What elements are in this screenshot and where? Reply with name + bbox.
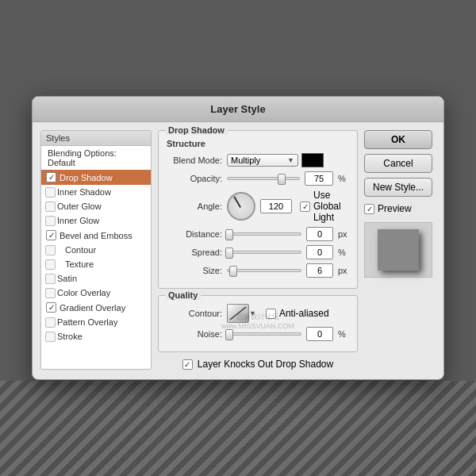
drop-shadow-section-title: Drop Shadow <box>165 125 228 135</box>
preview-area <box>364 222 432 278</box>
styles-panel: Styles Blending Options: Default Drop Sh… <box>40 130 152 370</box>
distance-slider[interactable] <box>227 232 301 236</box>
drop-shadow-label: Drop Shadow <box>60 173 113 182</box>
noise-label: Noise: <box>167 329 222 339</box>
layer-knocks-label: Layer Knocks Out Drop Shadow <box>198 359 333 370</box>
bevel-emboss-checkbox[interactable] <box>46 230 56 240</box>
anti-aliased-checkbox[interactable] <box>266 309 276 319</box>
contour-select-arrow[interactable]: ▼ <box>249 309 256 317</box>
sidebar-item-bevel-emboss[interactable]: Bevel and Emboss <box>41 228 151 243</box>
angle-dial-line <box>233 196 241 208</box>
anti-aliased-row: Anti-aliased <box>266 308 329 319</box>
quality-section: Quality 思缘设计论坛 www.MISSVUAN.COM Contour: <box>158 295 358 352</box>
sidebar-item-blending-options[interactable]: Blending Options: Default <box>41 146 151 170</box>
anti-aliased-label: Anti-aliased <box>279 308 329 319</box>
contour-label: Contour <box>65 245 96 255</box>
action-panel: OK Cancel New Style... Preview <box>364 130 436 370</box>
sidebar-item-gradient-overlay[interactable]: Gradient Overlay <box>41 300 151 315</box>
distance-row: Distance: px <box>167 227 349 241</box>
noise-slider[interactable] <box>227 332 301 336</box>
satin-label: Satin <box>57 274 77 283</box>
cancel-button[interactable]: Cancel <box>364 154 432 173</box>
styles-panel-header: Styles <box>41 131 151 146</box>
opacity-row: Opacity: % <box>167 171 349 186</box>
size-row: Size: px <box>167 263 349 278</box>
spread-row: Spread: % <box>167 245 349 259</box>
inner-shadow-label: Inner Shadow <box>57 187 111 197</box>
size-label: Size: <box>167 266 222 275</box>
contour-curve-icon <box>228 305 248 321</box>
sidebar-item-inner-shadow[interactable]: Inner Shadow <box>41 185 151 199</box>
blend-mode-row: Blend Mode: Multiply ▼ <box>167 153 349 167</box>
contour-thumbnail[interactable] <box>227 304 249 323</box>
blend-mode-label: Blend Mode: <box>167 155 222 165</box>
opacity-unit: % <box>338 174 349 183</box>
sidebar-item-inner-glow[interactable]: Inner Glow <box>41 213 151 228</box>
angle-dial[interactable] <box>227 192 255 221</box>
texture-label: Texture <box>65 259 94 269</box>
blend-mode-control: Multiply ▼ <box>227 153 324 167</box>
inner-glow-label: Inner Glow <box>57 216 99 225</box>
main-settings-panel: Drop Shadow Structure Blend Mode: Multip… <box>158 130 358 370</box>
color-overlay-label: Color Overlay <box>57 288 110 298</box>
drop-shadow-checkbox[interactable] <box>46 172 56 182</box>
angle-row: Angle: Use Global Light <box>167 190 349 223</box>
spread-slider[interactable] <box>227 251 301 254</box>
distance-unit: px <box>338 229 349 239</box>
dialog-title: Layer Style <box>33 97 443 122</box>
noise-row: Noise: % <box>167 327 349 341</box>
preview-label-row: Preview <box>364 203 436 214</box>
layer-style-dialog: Layer Style Styles Blending Options: Def… <box>32 96 444 380</box>
sidebar-item-pattern-overlay[interactable]: Pattern Overlay <box>41 315 151 329</box>
new-style-button[interactable]: New Style... <box>364 178 432 197</box>
size-unit: px <box>338 266 349 275</box>
drop-shadow-section: Drop Shadow Structure Blend Mode: Multip… <box>158 130 358 289</box>
opacity-slider[interactable] <box>227 177 300 180</box>
preview-checkbox[interactable] <box>364 204 374 214</box>
quality-section-title: Quality <box>165 290 201 300</box>
blend-mode-select[interactable]: Multiply ▼ <box>227 154 298 167</box>
outer-glow-label: Outer Glow <box>57 202 102 211</box>
structure-subtitle: Structure <box>167 139 349 148</box>
contour-label: Contour: <box>167 309 222 318</box>
distance-input[interactable] <box>306 227 333 241</box>
sidebar-item-contour[interactable]: Contour <box>41 243 151 257</box>
pattern-overlay-label: Pattern Overlay <box>57 317 117 327</box>
noise-input[interactable] <box>306 327 333 341</box>
sidebar-item-drop-shadow[interactable]: Drop Shadow <box>41 170 151 185</box>
size-input[interactable] <box>306 263 333 278</box>
use-global-light-label: Use Global Light <box>313 190 349 223</box>
sidebar-item-satin[interactable]: Satin <box>41 271 151 286</box>
distance-label: Distance: <box>167 229 222 239</box>
preview-label: Preview <box>378 203 412 214</box>
gradient-overlay-checkbox[interactable] <box>46 302 56 313</box>
contour-row: Contour: ▼ Anti-aliased <box>167 304 349 323</box>
stroke-label: Stroke <box>57 332 83 341</box>
preview-thumbnail <box>378 229 419 271</box>
angle-label: Angle: <box>167 202 222 211</box>
opacity-label: Opacity: <box>167 174 222 183</box>
angle-input[interactable] <box>260 199 292 213</box>
opacity-input[interactable] <box>305 171 333 186</box>
sidebar-item-texture[interactable]: Texture <box>41 257 151 271</box>
spread-input[interactable] <box>306 245 333 259</box>
bevel-emboss-label: Bevel and Emboss <box>60 231 132 240</box>
sidebar-item-color-overlay[interactable]: Color Overlay <box>41 286 151 300</box>
size-slider[interactable] <box>227 269 301 272</box>
blending-options-label: Blending Options: Default <box>48 148 146 167</box>
sidebar-item-stroke[interactable]: Stroke <box>41 329 151 344</box>
blend-mode-select-arrow: ▼ <box>287 156 294 164</box>
gradient-overlay-label: Gradient Overlay <box>60 303 125 313</box>
spread-label: Spread: <box>167 248 222 257</box>
use-global-light-checkbox[interactable] <box>300 202 310 212</box>
shadow-color-swatch[interactable] <box>301 153 324 167</box>
layer-knocks-row: Layer Knocks Out Drop Shadow <box>158 359 358 370</box>
spread-unit: % <box>338 248 349 257</box>
layer-knocks-checkbox[interactable] <box>182 359 193 370</box>
noise-unit: % <box>338 329 349 339</box>
use-global-light-row: Use Global Light <box>300 190 349 223</box>
ok-button[interactable]: OK <box>364 130 432 149</box>
sidebar-item-outer-glow[interactable]: Outer Glow <box>41 199 151 213</box>
